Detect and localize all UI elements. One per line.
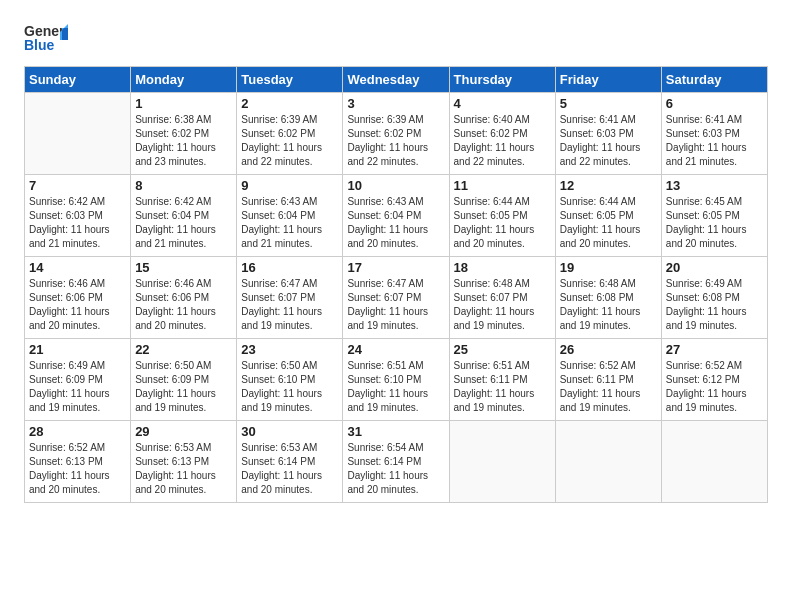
cell-info: Sunrise: 6:52 AMSunset: 6:11 PMDaylight:…	[560, 359, 657, 415]
day-number: 24	[347, 342, 444, 357]
logo-icon: General Blue	[24, 20, 68, 56]
cell-info: Sunrise: 6:40 AMSunset: 6:02 PMDaylight:…	[454, 113, 551, 169]
weekday-header: Monday	[131, 67, 237, 93]
day-number: 16	[241, 260, 338, 275]
day-number: 15	[135, 260, 232, 275]
cell-info: Sunrise: 6:48 AMSunset: 6:08 PMDaylight:…	[560, 277, 657, 333]
calendar-header-row: SundayMondayTuesdayWednesdayThursdayFrid…	[25, 67, 768, 93]
calendar-cell: 4Sunrise: 6:40 AMSunset: 6:02 PMDaylight…	[449, 93, 555, 175]
calendar-cell	[449, 421, 555, 503]
day-number: 2	[241, 96, 338, 111]
calendar-cell: 29Sunrise: 6:53 AMSunset: 6:13 PMDayligh…	[131, 421, 237, 503]
calendar-cell: 17Sunrise: 6:47 AMSunset: 6:07 PMDayligh…	[343, 257, 449, 339]
day-number: 12	[560, 178, 657, 193]
weekday-header: Wednesday	[343, 67, 449, 93]
day-number: 9	[241, 178, 338, 193]
calendar-cell: 26Sunrise: 6:52 AMSunset: 6:11 PMDayligh…	[555, 339, 661, 421]
day-number: 23	[241, 342, 338, 357]
cell-info: Sunrise: 6:50 AMSunset: 6:10 PMDaylight:…	[241, 359, 338, 415]
cell-info: Sunrise: 6:47 AMSunset: 6:07 PMDaylight:…	[347, 277, 444, 333]
calendar-cell: 21Sunrise: 6:49 AMSunset: 6:09 PMDayligh…	[25, 339, 131, 421]
day-number: 20	[666, 260, 763, 275]
cell-info: Sunrise: 6:39 AMSunset: 6:02 PMDaylight:…	[241, 113, 338, 169]
cell-info: Sunrise: 6:42 AMSunset: 6:03 PMDaylight:…	[29, 195, 126, 251]
calendar-cell: 24Sunrise: 6:51 AMSunset: 6:10 PMDayligh…	[343, 339, 449, 421]
cell-info: Sunrise: 6:48 AMSunset: 6:07 PMDaylight:…	[454, 277, 551, 333]
weekday-header: Saturday	[661, 67, 767, 93]
calendar-cell: 30Sunrise: 6:53 AMSunset: 6:14 PMDayligh…	[237, 421, 343, 503]
day-number: 29	[135, 424, 232, 439]
calendar-cell	[25, 93, 131, 175]
page: General Blue SundayMondayTuesdayWednesda…	[0, 0, 792, 612]
cell-info: Sunrise: 6:43 AMSunset: 6:04 PMDaylight:…	[347, 195, 444, 251]
calendar-cell: 31Sunrise: 6:54 AMSunset: 6:14 PMDayligh…	[343, 421, 449, 503]
calendar-table: SundayMondayTuesdayWednesdayThursdayFrid…	[24, 66, 768, 503]
calendar-cell: 28Sunrise: 6:52 AMSunset: 6:13 PMDayligh…	[25, 421, 131, 503]
day-number: 25	[454, 342, 551, 357]
svg-text:Blue: Blue	[24, 37, 55, 53]
cell-info: Sunrise: 6:41 AMSunset: 6:03 PMDaylight:…	[560, 113, 657, 169]
calendar-cell: 15Sunrise: 6:46 AMSunset: 6:06 PMDayligh…	[131, 257, 237, 339]
calendar-cell: 9Sunrise: 6:43 AMSunset: 6:04 PMDaylight…	[237, 175, 343, 257]
cell-info: Sunrise: 6:45 AMSunset: 6:05 PMDaylight:…	[666, 195, 763, 251]
cell-info: Sunrise: 6:44 AMSunset: 6:05 PMDaylight:…	[454, 195, 551, 251]
cell-info: Sunrise: 6:53 AMSunset: 6:13 PMDaylight:…	[135, 441, 232, 497]
calendar-cell: 1Sunrise: 6:38 AMSunset: 6:02 PMDaylight…	[131, 93, 237, 175]
calendar-cell: 6Sunrise: 6:41 AMSunset: 6:03 PMDaylight…	[661, 93, 767, 175]
weekday-header: Sunday	[25, 67, 131, 93]
day-number: 10	[347, 178, 444, 193]
cell-info: Sunrise: 6:49 AMSunset: 6:08 PMDaylight:…	[666, 277, 763, 333]
day-number: 14	[29, 260, 126, 275]
calendar-week-row: 28Sunrise: 6:52 AMSunset: 6:13 PMDayligh…	[25, 421, 768, 503]
cell-info: Sunrise: 6:46 AMSunset: 6:06 PMDaylight:…	[29, 277, 126, 333]
calendar-cell: 5Sunrise: 6:41 AMSunset: 6:03 PMDaylight…	[555, 93, 661, 175]
cell-info: Sunrise: 6:39 AMSunset: 6:02 PMDaylight:…	[347, 113, 444, 169]
calendar-cell: 14Sunrise: 6:46 AMSunset: 6:06 PMDayligh…	[25, 257, 131, 339]
weekday-header: Tuesday	[237, 67, 343, 93]
cell-info: Sunrise: 6:52 AMSunset: 6:12 PMDaylight:…	[666, 359, 763, 415]
calendar-cell: 3Sunrise: 6:39 AMSunset: 6:02 PMDaylight…	[343, 93, 449, 175]
day-number: 18	[454, 260, 551, 275]
cell-info: Sunrise: 6:54 AMSunset: 6:14 PMDaylight:…	[347, 441, 444, 497]
calendar-cell: 2Sunrise: 6:39 AMSunset: 6:02 PMDaylight…	[237, 93, 343, 175]
calendar-cell: 18Sunrise: 6:48 AMSunset: 6:07 PMDayligh…	[449, 257, 555, 339]
cell-info: Sunrise: 6:50 AMSunset: 6:09 PMDaylight:…	[135, 359, 232, 415]
cell-info: Sunrise: 6:52 AMSunset: 6:13 PMDaylight:…	[29, 441, 126, 497]
calendar-week-row: 1Sunrise: 6:38 AMSunset: 6:02 PMDaylight…	[25, 93, 768, 175]
cell-info: Sunrise: 6:46 AMSunset: 6:06 PMDaylight:…	[135, 277, 232, 333]
day-number: 11	[454, 178, 551, 193]
cell-info: Sunrise: 6:51 AMSunset: 6:11 PMDaylight:…	[454, 359, 551, 415]
cell-info: Sunrise: 6:41 AMSunset: 6:03 PMDaylight:…	[666, 113, 763, 169]
cell-info: Sunrise: 6:43 AMSunset: 6:04 PMDaylight:…	[241, 195, 338, 251]
calendar-cell	[555, 421, 661, 503]
calendar-cell: 19Sunrise: 6:48 AMSunset: 6:08 PMDayligh…	[555, 257, 661, 339]
day-number: 31	[347, 424, 444, 439]
calendar-week-row: 14Sunrise: 6:46 AMSunset: 6:06 PMDayligh…	[25, 257, 768, 339]
calendar-cell: 25Sunrise: 6:51 AMSunset: 6:11 PMDayligh…	[449, 339, 555, 421]
calendar-cell: 23Sunrise: 6:50 AMSunset: 6:10 PMDayligh…	[237, 339, 343, 421]
weekday-header: Friday	[555, 67, 661, 93]
calendar-cell	[661, 421, 767, 503]
calendar-cell: 7Sunrise: 6:42 AMSunset: 6:03 PMDaylight…	[25, 175, 131, 257]
calendar-cell: 13Sunrise: 6:45 AMSunset: 6:05 PMDayligh…	[661, 175, 767, 257]
cell-info: Sunrise: 6:49 AMSunset: 6:09 PMDaylight:…	[29, 359, 126, 415]
cell-info: Sunrise: 6:42 AMSunset: 6:04 PMDaylight:…	[135, 195, 232, 251]
day-number: 21	[29, 342, 126, 357]
day-number: 30	[241, 424, 338, 439]
weekday-header: Thursday	[449, 67, 555, 93]
logo: General Blue	[24, 20, 68, 56]
cell-info: Sunrise: 6:44 AMSunset: 6:05 PMDaylight:…	[560, 195, 657, 251]
day-number: 19	[560, 260, 657, 275]
cell-info: Sunrise: 6:38 AMSunset: 6:02 PMDaylight:…	[135, 113, 232, 169]
day-number: 8	[135, 178, 232, 193]
calendar-cell: 10Sunrise: 6:43 AMSunset: 6:04 PMDayligh…	[343, 175, 449, 257]
calendar-cell: 8Sunrise: 6:42 AMSunset: 6:04 PMDaylight…	[131, 175, 237, 257]
calendar-cell: 20Sunrise: 6:49 AMSunset: 6:08 PMDayligh…	[661, 257, 767, 339]
svg-marker-2	[62, 28, 68, 40]
cell-info: Sunrise: 6:51 AMSunset: 6:10 PMDaylight:…	[347, 359, 444, 415]
cell-info: Sunrise: 6:53 AMSunset: 6:14 PMDaylight:…	[241, 441, 338, 497]
day-number: 26	[560, 342, 657, 357]
day-number: 28	[29, 424, 126, 439]
day-number: 5	[560, 96, 657, 111]
day-number: 22	[135, 342, 232, 357]
